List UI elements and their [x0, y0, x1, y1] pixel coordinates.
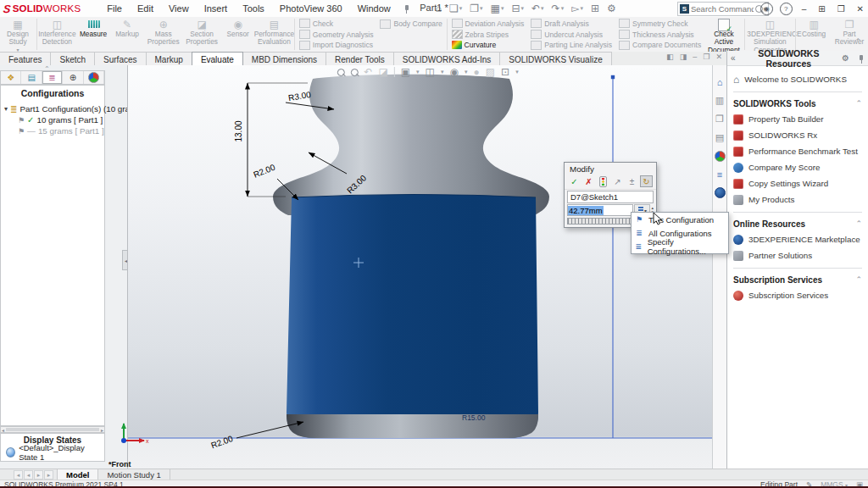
design-library-icon[interactable]: ▥ [715, 95, 724, 106]
tab-sketch[interactable]: Sketch [50, 52, 95, 65]
tree-expand-icon[interactable]: ▾ [4, 105, 8, 113]
partner-solutions-link[interactable]: Partner Solutions [733, 249, 862, 262]
tab-mbd-dimensions[interactable]: MBD Dimensions [242, 52, 326, 65]
dim-r2-mid-label[interactable]: R2.00 [252, 162, 276, 179]
save-button[interactable]: ▦▾ [491, 3, 504, 14]
dimxpertmanager-tab[interactable]: ⊕ [63, 71, 83, 84]
symmetry-check-button[interactable]: Symmetry Check [619, 19, 701, 29]
graphics-viewport[interactable]: 13.00 R3.00 R2.00 R3.00 R15.00 R2.00 ↶ ◪… [127, 65, 727, 469]
welcome-link[interactable]: ⌂ Welcome to SOLIDWORKS [733, 73, 862, 86]
check-active-document-button[interactable]: Check Active Document ▾ [704, 17, 743, 52]
compare-my-score-link[interactable]: Compare My Score [733, 161, 862, 174]
deviation-analysis-button[interactable]: Deviation Analysis [452, 19, 525, 29]
spin-reset-button[interactable]: ↻ [640, 175, 653, 187]
section-collapse-icon[interactable]: ⌃ [855, 275, 862, 284]
dim-r15-label[interactable]: R15.00 [462, 413, 486, 422]
geometry-analysis-button[interactable]: Geometry Analysis [299, 30, 374, 40]
custom-properties-icon[interactable]: ≡ [717, 169, 722, 180]
edit-appearance-icon[interactable]: ● [473, 66, 479, 78]
file-explorer-icon[interactable]: ❐ [715, 114, 724, 125]
view-settings-icon[interactable]: ⊡ [501, 66, 509, 78]
dimension-value-field[interactable]: 42.77mm [567, 204, 633, 216]
design-study-button[interactable]: ▦ Design Study ▾ [0, 17, 36, 52]
zoom-to-area-icon[interactable] [350, 69, 358, 76]
hide-show-items-icon[interactable]: ◉ [449, 66, 458, 78]
user-account-icon[interactable]: ◉ [760, 3, 773, 15]
curvature-button[interactable]: Curvature [452, 40, 525, 50]
scrollbar-thumb[interactable] [6, 428, 99, 431]
collapse-pane-icon[interactable]: « [731, 53, 736, 63]
resources-tab-home-icon[interactable]: ⌂ [717, 77, 723, 87]
doc-close-button[interactable]: ✕ [715, 53, 722, 61]
3dexperience-simulation-connector-button[interactable]: ◫ 3DEXPERIENCE Simulation Connector [745, 17, 794, 52]
tab-solidworks-addins[interactable]: SOLIDWORKS Add-Ins [393, 52, 500, 65]
dim-r2-bottom-label[interactable]: R2.00 [209, 434, 234, 451]
subscription-services-section[interactable]: Subscription Services ⌃ [733, 274, 862, 286]
tab-features[interactable]: Features [0, 52, 51, 65]
check-button[interactable]: Check [299, 19, 374, 29]
zebra-stripes-button[interactable]: Zebra Stripes [452, 30, 525, 40]
tab-markup[interactable]: Markup [146, 52, 192, 65]
3dexperience-icon[interactable] [715, 187, 726, 198]
close-button[interactable]: ✕ [854, 4, 866, 14]
property-tab-builder-link[interactable]: Property Tab Builder [733, 113, 862, 125]
first-study-icon[interactable]: ◂ [14, 470, 23, 480]
dim-r3-top-label[interactable]: R3.00 [287, 90, 312, 103]
menu-this-configuration[interactable]: ⚑ This Configuration [632, 213, 728, 226]
menu-edit[interactable]: Edit [130, 2, 161, 15]
section-view-icon[interactable]: ◪ [378, 66, 387, 78]
doc-restore-button[interactable]: ❐ [703, 53, 709, 61]
dim-13-label[interactable]: 13.00 [234, 120, 243, 141]
home-button[interactable]: ⌂ [436, 3, 442, 14]
measure-button[interactable]: Measure [76, 17, 110, 52]
view-orientation-icon[interactable]: ▣ [401, 66, 410, 78]
configuration-inactive-row[interactable]: ⚑ — 15 grams [ Part1 ] [4, 125, 104, 136]
body-compare-button[interactable]: Body Compare [380, 19, 442, 29]
search-input[interactable] [689, 4, 755, 14]
menu-window[interactable]: Window [350, 2, 398, 15]
accept-button[interactable]: ✓ [568, 175, 581, 187]
performance-benchmark-link[interactable]: Performance Benchmark Test [733, 145, 862, 158]
tab-evaluate[interactable]: Evaluate [192, 52, 243, 65]
section-collapse-icon[interactable]: ⌃ [855, 219, 862, 228]
increment-spin-button[interactable]: ± [626, 175, 638, 187]
configuration-active-row[interactable]: ⚑ ✓ 10 grams [ Part1 ] [4, 114, 104, 125]
dimension-name-field[interactable]: D7@Sketch1 [567, 191, 654, 203]
mass-properties-button[interactable]: ⊕ Mass Properties [144, 17, 182, 52]
menu-view[interactable]: View [161, 2, 197, 15]
pane-split-icon[interactable]: ◧ [666, 53, 674, 61]
sensor-button[interactable]: ◉ Sensor [221, 17, 255, 52]
display-state-row[interactable]: <Default>_Display State 1 [1, 446, 104, 458]
pane-pin-icon[interactable] [856, 54, 865, 63]
marketplace-link[interactable]: 3DEXPERIENCE Marketplace [733, 233, 862, 246]
new-document-button[interactable]: ❏▾ [449, 3, 462, 14]
zoom-to-fit-icon[interactable] [337, 69, 344, 76]
section-collapse-icon[interactable]: ⌃ [855, 99, 862, 108]
scroll-left-icon[interactable]: ◂ [2, 427, 4, 433]
solidworks-tools-section[interactable]: SOLIDWORKS Tools ⌃ [733, 97, 862, 109]
configurationmanager-tab[interactable]: ≣ [42, 71, 63, 84]
menu-insert[interactable]: Insert [197, 2, 236, 15]
menu-file[interactable]: File [99, 2, 130, 15]
prev-study-icon[interactable]: ◂ [24, 470, 33, 480]
restore-button[interactable]: ❐ [835, 4, 848, 14]
my-products-link[interactable]: My Products [733, 193, 862, 206]
parting-line-analysis-button[interactable]: Parting Line Analysis [531, 40, 612, 50]
tab-surfaces[interactable]: Surfaces [94, 52, 146, 65]
redo-button[interactable]: ↷▾ [552, 3, 565, 14]
pane-options-gear-icon[interactable]: ⚙ [842, 53, 849, 63]
ribbon-collapse-icon[interactable]: ⌃ [854, 37, 861, 46]
online-resources-section[interactable]: Online Resources ⌃ [733, 218, 862, 230]
apply-scene-icon[interactable]: ▨ [486, 66, 495, 78]
appearances-icon[interactable] [715, 151, 726, 162]
previous-view-icon[interactable]: ↶ [364, 66, 372, 78]
propertymanager-tab[interactable]: ▤ [21, 71, 42, 84]
options-button[interactable]: ⚙ [607, 3, 616, 14]
layout-grid-button[interactable]: ⊞ [815, 4, 827, 14]
minimize-button[interactable]: – [799, 4, 810, 14]
sketch-endpoint[interactable] [611, 75, 615, 79]
cancel-button[interactable]: ✗ [582, 175, 595, 187]
scroll-right-icon[interactable]: ▸ [101, 427, 103, 433]
costing-button[interactable]: ▥ Costing [797, 17, 831, 52]
performance-evaluation-button[interactable]: ▤ Performance Evaluation [255, 17, 293, 52]
